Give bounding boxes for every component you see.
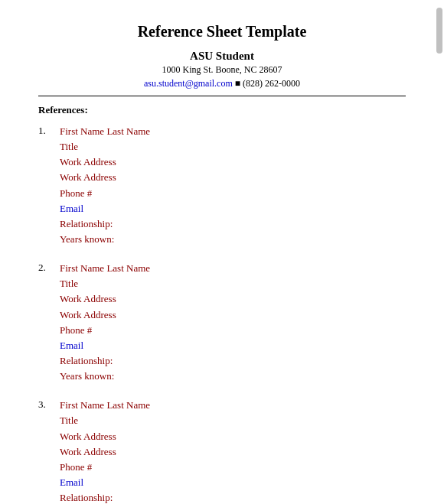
reference-item-2: 2. First Name Last Name Title Work Addre… (38, 261, 406, 384)
ref-name-2: First Name Last Name (60, 261, 406, 276)
separator: ■ (235, 78, 243, 89)
ref-name-3: First Name Last Name (60, 398, 406, 413)
ref-years-known-2: Years known: (60, 369, 406, 384)
ref-email-2: Email (60, 338, 406, 353)
student-address: 1000 King St. Boone, NC 28607 (38, 64, 406, 76)
ref-relationship-1: Relationship: (60, 216, 406, 232)
ref-work-address-2a: Work Address (60, 291, 406, 307)
reference-item-1: 1. First Name Last Name Title Work Addre… (38, 124, 406, 247)
ref-number-1: 1. (38, 124, 60, 137)
student-contact: asu.student@gmail.com ■ (828) 262-0000 (38, 78, 406, 89)
ref-work-address-1a: Work Address (60, 154, 406, 170)
reference-item-3: 3. First Name Last Name Title Work Addre… (38, 398, 406, 504)
ref-email-1: Email (60, 201, 406, 216)
ref-years-known-1: Years known: (60, 232, 406, 247)
references-label: References: (38, 104, 406, 116)
document-page: Reference Sheet Template ASU Student 100… (0, 0, 444, 504)
student-phone: (828) 262-0000 (243, 78, 300, 89)
page-title: Reference Sheet Template (38, 23, 406, 41)
student-email: asu.student@gmail.com (144, 78, 233, 89)
ref-phone-3: Phone # (60, 460, 406, 475)
ref-email-3: Email (60, 475, 406, 490)
ref-number-3: 3. (38, 398, 60, 411)
ref-phone-1: Phone # (60, 186, 406, 201)
ref-name-1: First Name Last Name (60, 124, 406, 139)
ref-details-3: First Name Last Name Title Work Address … (60, 398, 406, 504)
references-list: 1. First Name Last Name Title Work Addre… (38, 124, 406, 504)
ref-title-1: Title (60, 139, 406, 154)
student-name: ASU Student (38, 50, 406, 63)
divider (38, 96, 406, 96)
ref-work-address-3a: Work Address (60, 429, 406, 444)
ref-title-2: Title (60, 276, 406, 291)
ref-number-2: 2. (38, 261, 60, 274)
ref-work-address-2b: Work Address (60, 307, 406, 323)
ref-work-address-1b: Work Address (60, 170, 406, 185)
ref-work-address-3b: Work Address (60, 444, 406, 460)
ref-relationship-2: Relationship: (60, 353, 406, 369)
scrollbar[interactable] (436, 8, 442, 54)
ref-details-2: First Name Last Name Title Work Address … (60, 261, 406, 384)
ref-details-1: First Name Last Name Title Work Address … (60, 124, 406, 247)
ref-title-3: Title (60, 413, 406, 428)
ref-phone-2: Phone # (60, 323, 406, 338)
ref-relationship-3: Relationship: (60, 490, 406, 504)
